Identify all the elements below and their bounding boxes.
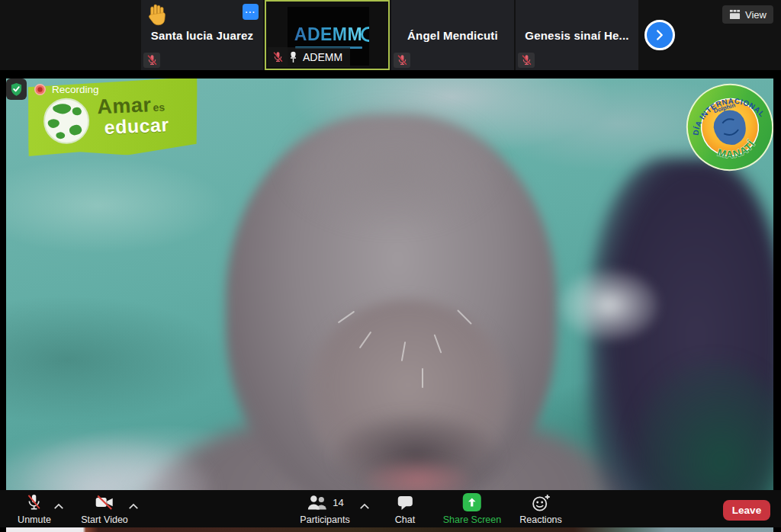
start-video-label: Start Video [81,514,128,525]
mic-muted-icon [143,53,160,68]
recording-label: Recording [52,84,99,95]
record-icon [34,83,47,96]
unmute-label: Unmute [18,514,51,525]
mic-muted-icon [518,53,535,68]
unmute-button[interactable]: Unmute [18,493,51,525]
chat-label: Chat [395,514,415,525]
shield-check-icon [10,82,23,97]
meeting-security-badge[interactable] [6,79,27,100]
chevron-right-icon [651,27,668,43]
participants-count: 14 [333,497,343,508]
share-screen-label: Share Screen [443,514,501,525]
chat-button[interactable]: Chat [395,493,415,525]
meeting-toolbar: Unmute Start Video [0,490,781,527]
participant-name: ADEMM [303,51,342,63]
reactions-label: Reactions [519,514,562,525]
banner-word-educar: educar [104,115,169,137]
participant-tile-santa[interactable]: ··· Santa lucia Juarez [141,0,263,70]
view-button-label: View [745,9,767,21]
globe-icon [42,97,91,149]
audio-options-chevron[interactable] [53,499,64,513]
participant-filmstrip: ··· Santa lucia Juarez ADEMM [0,0,781,70]
gallery-view-icon [729,9,741,20]
next-participants-button[interactable] [644,20,675,50]
mic-muted-icon [394,53,410,68]
participant-tile-genesis[interactable]: Genesis sinaí He... [516,0,638,70]
video-muted-icon [95,494,114,511]
participant-tile-ademm[interactable]: ADEMM ADEMM [265,0,390,70]
leave-button[interactable]: Leave [723,500,770,521]
start-video-button[interactable]: Start Video [81,493,128,525]
mic-muted-icon [272,51,284,63]
ademm-logo-text: ADEMM [294,24,362,45]
view-button[interactable]: View [722,5,773,24]
participants-button[interactable]: 14 Participants [300,493,349,525]
reactions-smiley-icon [531,493,551,512]
whisker [422,368,423,388]
share-screen-icon [463,493,481,511]
zoom-meeting-window: ··· Santa lucia Juarez ADEMM [0,0,781,532]
banner-word-es: es [153,101,165,114]
share-screen-button[interactable]: Share Screen [443,493,501,525]
participant-name-badge: ADEMM [268,47,350,67]
video-bottom-edge [6,527,773,532]
main-video-feed: Amares educar D [6,79,773,532]
participant-tile-angel[interactable]: Ángel Mendicuti [391,0,514,70]
pin-icon [288,51,298,63]
video-options-chevron[interactable] [128,499,139,513]
participants-icon [306,495,329,511]
chat-bubble-icon [397,495,414,511]
water-foam-right [560,269,659,341]
manatee-head-top [281,101,502,231]
mic-muted-icon [26,493,43,512]
banner-text: Amares educar [97,94,169,137]
recording-indicator[interactable]: Recording [34,83,99,96]
participants-label: Participants [300,514,349,525]
participants-options-chevron[interactable] [359,499,370,513]
reactions-button[interactable]: Reactions [519,493,562,525]
